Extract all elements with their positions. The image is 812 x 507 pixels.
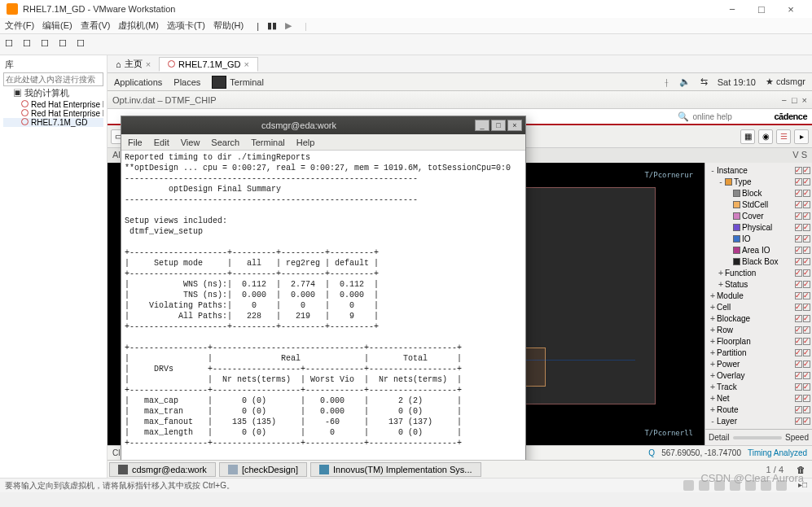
vmware-tabs: ⌂ 主页 × RHEL7.1M_GD × bbox=[108, 55, 812, 73]
minimize-button[interactable]: − bbox=[718, 3, 747, 15]
device-display-icon[interactable] bbox=[776, 480, 787, 491]
menu-file[interactable]: 文件(F) bbox=[5, 20, 34, 32]
close-button[interactable]: × bbox=[776, 3, 805, 15]
vmware-statusbar: 要将输入定向到该虚拟机，请将鼠标指针移入其中或按 Ctrl+G。 ▸□ bbox=[0, 478, 812, 492]
terminal-output[interactable]: Reported timing to dir ./timingReports *… bbox=[121, 151, 525, 478]
tree-vm-active[interactable]: RHEL7.1M_GD bbox=[3, 118, 103, 127]
terminal-max-button[interactable]: □ bbox=[491, 120, 506, 131]
layer-row[interactable]: -Layer bbox=[707, 415, 810, 426]
gnome-terminal-label[interactable]: Terminal bbox=[230, 77, 264, 87]
innovus-titlebar: Opt.inv.dat – DTMF_CHIP − □ × bbox=[108, 91, 812, 109]
toolbar-icon[interactable]: ☐ bbox=[23, 38, 36, 51]
sidebar-toggle-icon[interactable]: ▸□ bbox=[798, 480, 807, 491]
workspace-switcher[interactable]: 1 / 4 bbox=[760, 465, 790, 474]
term-menu-search[interactable]: Search bbox=[211, 138, 239, 147]
terminal-window[interactable]: cdsmgr@eda:work _ □ × File Edit View Sea… bbox=[121, 116, 526, 478]
term-menu-file[interactable]: File bbox=[128, 138, 143, 147]
vmware-titlebar: RHEL7.1M_GD - VMware Workstation − □ × bbox=[0, 0, 812, 18]
layer-row[interactable]: +Power bbox=[707, 358, 810, 369]
gnome-applications[interactable]: Applications bbox=[114, 77, 162, 87]
device-sound-icon[interactable] bbox=[745, 480, 756, 491]
tree-vm[interactable]: Red Hat Enterprise Linux bbox=[3, 100, 103, 109]
layer-row[interactable]: +Module bbox=[707, 290, 810, 301]
layer-row[interactable]: -Type bbox=[707, 176, 810, 187]
layer-row[interactable]: Physical bbox=[707, 221, 810, 233]
network-icon[interactable]: ⇆ bbox=[700, 76, 708, 87]
tree-root[interactable]: ▣ 我的计算机 bbox=[3, 86, 103, 100]
toolbar-icon[interactable]: ☐ bbox=[59, 38, 72, 51]
clock[interactable]: Sat 19:10 bbox=[718, 77, 756, 87]
taskbar-item-innovus[interactable]: Innovus(TM) Implementation Sys... bbox=[310, 462, 481, 477]
view-list-icon[interactable]: ☰ bbox=[776, 129, 791, 144]
innovus-close-button[interactable]: × bbox=[802, 95, 807, 105]
view-grid-icon[interactable]: ▦ bbox=[740, 129, 755, 144]
device-hdd-icon[interactable] bbox=[683, 480, 694, 491]
toolbar-icon[interactable]: ☐ bbox=[41, 38, 54, 51]
vmware-icon bbox=[7, 3, 18, 15]
trash-icon[interactable]: 🗑 bbox=[797, 465, 805, 474]
device-printer-icon[interactable] bbox=[761, 480, 771, 491]
layer-row[interactable]: +Overlay bbox=[707, 369, 810, 381]
layer-row[interactable]: Area IO bbox=[707, 244, 810, 256]
layer-row[interactable]: Black Box bbox=[707, 256, 810, 267]
device-net-icon[interactable] bbox=[714, 480, 725, 491]
terminal-titlebar[interactable]: cdsmgr@eda:work _ □ × bbox=[121, 116, 525, 134]
guest-display[interactable]: Applications Places Terminal ⟊ 🔈 ⇆ Sat 1… bbox=[108, 73, 812, 478]
bluetooth-icon[interactable]: ⟊ bbox=[664, 77, 669, 87]
layer-row[interactable]: +Cell bbox=[707, 301, 810, 313]
layer-row[interactable]: -Instance bbox=[707, 164, 810, 176]
layer-row[interactable]: +Status bbox=[707, 278, 810, 290]
tree-vm[interactable]: Red Hat Enterprise Linux bbox=[3, 109, 103, 118]
layer-row[interactable]: StdCell bbox=[707, 199, 810, 210]
pause-icon[interactable]: ▮▮ bbox=[267, 20, 277, 31]
device-cd-icon[interactable] bbox=[699, 480, 709, 491]
terminal-min-button[interactable]: _ bbox=[475, 120, 489, 131]
term-menu-help[interactable]: Help bbox=[296, 138, 315, 147]
layer-row[interactable]: +Function bbox=[707, 267, 810, 278]
library-search-input[interactable] bbox=[3, 72, 103, 86]
power-icon[interactable]: ▶ bbox=[285, 20, 292, 31]
tab-home[interactable]: ⌂ 主页 × bbox=[108, 56, 159, 72]
taskbar-item-checkdesign[interactable]: [checkDesign] bbox=[219, 462, 307, 477]
menu-help[interactable]: 帮助(H) bbox=[213, 20, 244, 32]
innovus-title-text: Opt.inv.dat – DTMF_CHIP bbox=[112, 95, 217, 105]
term-menu-edit[interactable]: Edit bbox=[154, 138, 169, 147]
vmware-title: RHEL7.1M_GD - VMware Workstation bbox=[23, 4, 175, 14]
innovus-min-button[interactable]: − bbox=[781, 95, 786, 105]
terminal-close-button[interactable]: × bbox=[507, 120, 522, 131]
layer-row[interactable]: +Net bbox=[707, 392, 810, 404]
view-world-icon[interactable]: ◉ bbox=[758, 129, 773, 144]
tab-active-vm[interactable]: RHEL7.1M_GD × bbox=[159, 57, 258, 72]
toolbar-icon[interactable]: ☐ bbox=[5, 38, 18, 51]
layer-tree[interactable]: -Instance-TypeBlockStdCellCoverPhysicalI… bbox=[705, 163, 812, 429]
layer-row[interactable]: IO bbox=[707, 233, 810, 244]
status-q[interactable]: Q bbox=[648, 448, 655, 457]
toolbar-icon[interactable]: ☐ bbox=[77, 38, 90, 51]
layer-row[interactable]: +Floorplan bbox=[707, 335, 810, 347]
layer-row[interactable]: +Track bbox=[707, 381, 810, 392]
view-expand-icon[interactable]: ▸ bbox=[794, 129, 809, 144]
term-menu-terminal[interactable]: Terminal bbox=[251, 138, 285, 147]
layer-row[interactable]: +Row bbox=[707, 324, 810, 335]
volume-icon[interactable]: 🔈 bbox=[679, 76, 691, 87]
menu-edit[interactable]: 编辑(E) bbox=[42, 20, 72, 32]
layer-row[interactable]: Block bbox=[707, 187, 810, 199]
vs-header: V S bbox=[792, 150, 807, 161]
user-menu[interactable]: ★ cdsmgr bbox=[766, 76, 805, 87]
menu-view[interactable]: 查看(V) bbox=[81, 20, 111, 32]
menu-vm[interactable]: 虚拟机(M) bbox=[118, 20, 159, 32]
term-menu-view[interactable]: View bbox=[181, 138, 200, 147]
detail-slider[interactable]: Detail Speed bbox=[705, 429, 812, 445]
gnome-places[interactable]: Places bbox=[173, 77, 200, 87]
device-usb-icon[interactable] bbox=[730, 480, 740, 491]
taskbar-item-terminal[interactable]: cdsmgr@eda:work bbox=[109, 462, 216, 477]
layer-row[interactable]: +Blockage bbox=[707, 313, 810, 324]
innovus-max-button[interactable]: □ bbox=[792, 95, 797, 105]
innovus-help-search[interactable] bbox=[692, 112, 766, 121]
layer-row[interactable]: +Partition bbox=[707, 347, 810, 358]
layer-row[interactable]: +Route bbox=[707, 404, 810, 415]
menu-tabs[interactable]: 选项卡(T) bbox=[167, 20, 205, 32]
terminal-launcher-icon[interactable] bbox=[212, 76, 226, 89]
layer-row[interactable]: Cover bbox=[707, 210, 810, 221]
maximize-button[interactable]: □ bbox=[747, 3, 776, 15]
